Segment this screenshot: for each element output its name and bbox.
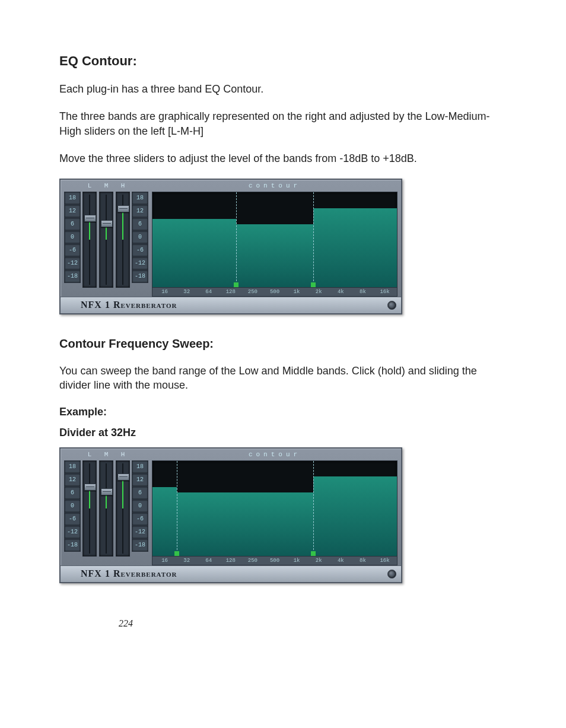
db-scale-cell: -6 bbox=[64, 244, 81, 257]
slider-high[interactable]: H bbox=[115, 182, 131, 288]
eq-band bbox=[177, 492, 313, 556]
chart-title: contour bbox=[152, 182, 398, 192]
db-scale-cell: -18 bbox=[132, 270, 148, 283]
slider-thumb[interactable] bbox=[101, 220, 113, 227]
frequency-axis: 1632641282505001k2k4k8k16k bbox=[152, 288, 398, 297]
paragraph: The three bands are graphically represen… bbox=[59, 109, 507, 138]
db-scale-cell: -12 bbox=[64, 257, 81, 270]
db-scale-cell: 0 bbox=[132, 500, 148, 513]
db-scale-cell: 12 bbox=[132, 205, 148, 218]
eq-contour-panel: 181260-6-12-18 L M H 181260-6-12-18 cont… bbox=[59, 179, 402, 314]
band-divider-handle[interactable] bbox=[311, 282, 316, 288]
band-divider-handle[interactable] bbox=[311, 551, 316, 557]
band-divider-handle[interactable] bbox=[234, 282, 239, 288]
freq-tick-label: 250 bbox=[241, 288, 263, 295]
freq-tick-label: 64 bbox=[198, 557, 220, 564]
slider-low[interactable]: L bbox=[82, 451, 97, 557]
freq-tick-label: 2k bbox=[308, 557, 330, 564]
band-divider[interactable] bbox=[236, 192, 237, 287]
freq-tick-label: 250 bbox=[241, 557, 263, 564]
db-scale-cell: 18 bbox=[132, 460, 148, 473]
power-led-icon[interactable] bbox=[387, 301, 396, 310]
band-divider[interactable] bbox=[177, 461, 177, 556]
plugin-name-label: NFX 1 Reverberator bbox=[81, 568, 177, 578]
db-scale-cell: -6 bbox=[64, 513, 81, 526]
db-scale-cell: 18 bbox=[64, 460, 81, 473]
slider-thumb[interactable] bbox=[117, 473, 129, 481]
db-scale-cell: -18 bbox=[64, 270, 81, 283]
band-divider[interactable] bbox=[313, 192, 314, 287]
heading-eq-contour: EQ Contour: bbox=[59, 53, 507, 69]
paragraph: Move the three sliders to adjust the lev… bbox=[59, 151, 507, 166]
db-scale-cell: 12 bbox=[64, 205, 81, 218]
freq-tick-label: 500 bbox=[263, 288, 285, 295]
slider-thumb[interactable] bbox=[84, 484, 96, 491]
db-scale-cell: -12 bbox=[132, 257, 148, 270]
paragraph: You can sweep the band range of the Low … bbox=[59, 364, 507, 393]
db-scale-right: 181260-6-12-18 bbox=[132, 460, 148, 557]
db-scale-right: 181260-6-12-18 bbox=[132, 192, 148, 288]
db-scale-cell: 0 bbox=[64, 231, 81, 244]
contour-chart[interactable] bbox=[152, 192, 398, 288]
eq-contour-panel: 181260-6-12-18 L M H 181260-6-12-18 cont… bbox=[59, 447, 402, 583]
db-scale-cell: 6 bbox=[132, 487, 148, 500]
db-scale-cell: 0 bbox=[132, 231, 148, 244]
db-scale-cell: 6 bbox=[64, 218, 81, 231]
slider-label: L bbox=[88, 182, 92, 192]
db-scale-cell: 6 bbox=[132, 218, 148, 231]
power-led-icon[interactable] bbox=[387, 570, 396, 578]
band-divider[interactable] bbox=[313, 461, 314, 556]
slider-label: H bbox=[121, 451, 125, 460]
db-scale-left: 181260-6-12-18 bbox=[64, 192, 81, 288]
db-scale-cell: 18 bbox=[64, 192, 81, 205]
slider-thumb[interactable] bbox=[84, 215, 96, 222]
divider-label: Divider at 32Hz bbox=[59, 427, 507, 439]
freq-tick-label: 4k bbox=[330, 557, 352, 564]
plugin-name-label: NFX 1 Reverberator bbox=[81, 300, 177, 310]
slider-mid[interactable]: M bbox=[98, 182, 114, 288]
freq-tick-label: 4k bbox=[330, 288, 352, 295]
heading-contour-sweep: Contour Frequency Sweep: bbox=[59, 337, 507, 351]
freq-tick-label: 16 bbox=[154, 557, 176, 564]
slider-label: M bbox=[104, 451, 109, 460]
db-scale-cell: 6 bbox=[64, 487, 81, 500]
freq-tick-label: 128 bbox=[220, 288, 241, 295]
eq-band bbox=[152, 487, 177, 556]
slider-mid[interactable]: M bbox=[98, 451, 114, 557]
band-divider-handle[interactable] bbox=[174, 551, 179, 557]
db-scale-cell: -18 bbox=[64, 539, 81, 552]
db-scale-cell: -6 bbox=[132, 244, 148, 257]
frequency-axis: 1632641282505001k2k4k8k16k bbox=[152, 557, 398, 565]
page-number: 224 bbox=[119, 618, 133, 629]
freq-tick-label: 500 bbox=[263, 557, 285, 564]
slider-high[interactable]: H bbox=[115, 451, 131, 557]
eq-band bbox=[152, 219, 236, 288]
freq-tick-label: 8k bbox=[352, 288, 374, 295]
freq-tick-label: 32 bbox=[176, 557, 198, 564]
slider-low[interactable]: L bbox=[82, 182, 97, 288]
contour-chart[interactable] bbox=[152, 460, 398, 557]
eq-band bbox=[313, 476, 397, 555]
freq-tick-label: 32 bbox=[176, 288, 198, 295]
freq-tick-label: 1k bbox=[286, 557, 308, 564]
db-scale-cell: 12 bbox=[64, 473, 81, 487]
freq-tick-label: 1k bbox=[286, 288, 308, 295]
freq-tick-label: 8k bbox=[352, 557, 374, 564]
slider-label: H bbox=[121, 182, 125, 192]
paragraph: Each plug-in has a three band EQ Contour… bbox=[59, 82, 507, 96]
slider-label: L bbox=[88, 451, 92, 460]
freq-tick-label: 2k bbox=[308, 288, 330, 295]
eq-band bbox=[236, 224, 313, 288]
slider-label: M bbox=[104, 182, 109, 192]
example-label: Example: bbox=[59, 406, 507, 418]
db-scale-cell: 0 bbox=[64, 500, 81, 513]
db-scale-cell: 12 bbox=[132, 473, 148, 487]
slider-thumb[interactable] bbox=[117, 205, 129, 212]
db-scale-cell: -6 bbox=[132, 513, 148, 526]
freq-tick-label: 64 bbox=[198, 288, 220, 295]
slider-thumb[interactable] bbox=[101, 488, 113, 495]
freq-tick-label: 16 bbox=[154, 288, 176, 295]
chart-title: contour bbox=[152, 451, 398, 460]
freq-tick-label: 16k bbox=[374, 288, 396, 295]
freq-tick-label: 128 bbox=[220, 557, 241, 564]
